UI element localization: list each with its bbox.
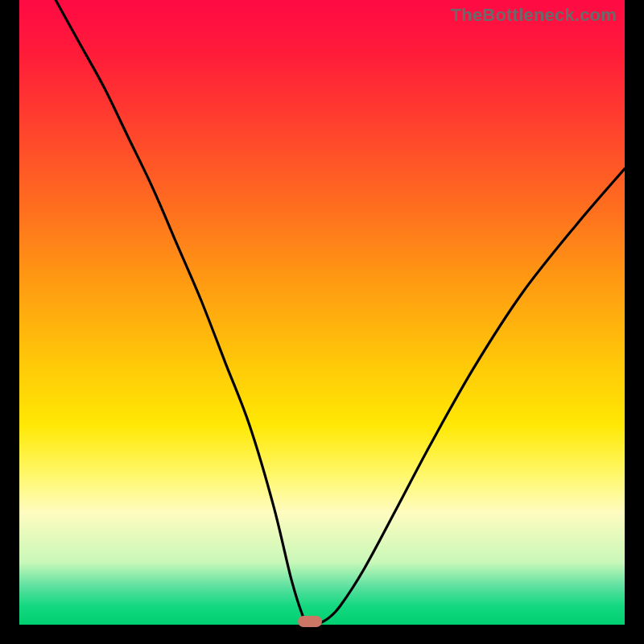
bottleneck-curve-path [56, 0, 625, 625]
chart-frame: TheBottleneck.com [0, 0, 644, 644]
bottleneck-curve [19, 0, 625, 625]
optimum-marker [298, 616, 322, 627]
plot-area: TheBottleneck.com [19, 0, 625, 625]
